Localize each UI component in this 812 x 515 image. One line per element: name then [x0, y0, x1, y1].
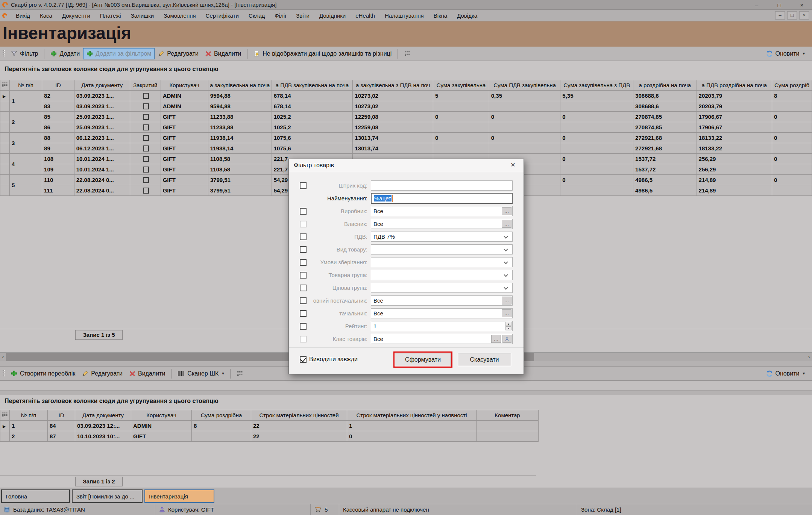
scroll-right-icon[interactable]: › — [806, 353, 812, 362]
closed-checkbox[interactable] — [143, 93, 149, 99]
menu-item-налаштування[interactable]: Налаштування — [380, 12, 429, 19]
barcode-field-input[interactable] — [371, 180, 513, 191]
lookup-ellipsis-button[interactable]: … — [502, 297, 511, 304]
storage-conditions-field-input[interactable] — [371, 257, 513, 267]
main-supplier-field-input[interactable]: Все… — [371, 295, 513, 306]
product-type-field-input[interactable] — [371, 244, 513, 254]
table-row[interactable]: ▶18203.09.2023 1...ADMIN9594,88678,14102… — [0, 91, 812, 101]
barcode-scanner-button[interactable]: Сканер ШК▾ — [174, 368, 227, 379]
edit-button[interactable]: Редагувати — [155, 48, 202, 59]
menu-item-філії[interactable]: Філії — [270, 12, 291, 19]
lookup-ellipsis-button[interactable]: … — [502, 309, 511, 317]
price-group-field-input[interactable] — [371, 283, 513, 293]
dialog-close-icon[interactable]: × — [508, 160, 518, 169]
spin-up-icon[interactable]: ▲ — [505, 322, 511, 326]
menu-item-вихід[interactable]: Вихід — [11, 12, 35, 19]
column-header[interactable]: ID — [48, 410, 75, 421]
vat-field-input[interactable]: ПДВ 7% — [371, 232, 513, 242]
table-row[interactable]: 8906.12.2023 1...GIFT11938,141075,613013… — [0, 143, 812, 154]
manufacturer-field-checkbox[interactable] — [300, 208, 307, 215]
column-header[interactable]: Сума закупівельна — [433, 80, 489, 91]
menu-item-документи[interactable]: Документи — [57, 12, 95, 19]
menu-item-сертифікати[interactable]: Сертифікати — [201, 12, 244, 19]
spin-down-icon[interactable]: ▼ — [505, 326, 511, 330]
menu-item-замовлення[interactable]: Замовлення — [159, 12, 200, 19]
supplier-field-checkbox[interactable] — [300, 310, 307, 317]
maximize-icon[interactable]: □ — [773, 2, 786, 8]
column-header[interactable]: Сума роздрібна — [192, 410, 251, 421]
column-header[interactable]: ID — [42, 80, 74, 91]
table-row[interactable]: 38806.12.2023 1...GIFT11938,141075,61301… — [0, 133, 812, 143]
menu-item-довідники[interactable]: Довідники — [314, 12, 351, 19]
column-header[interactable]: Користувач — [161, 80, 208, 91]
lookup-ellipsis-button[interactable]: … — [502, 207, 511, 215]
closed-checkbox[interactable] — [143, 167, 149, 173]
column-header[interactable]: № п/п — [10, 80, 42, 91]
column-header[interactable]: Коментар — [477, 410, 539, 421]
column-header[interactable]: а ПДВ закупівельна на поча — [272, 80, 353, 91]
column-header[interactable]: Сума закупівельна з ПДВ — [560, 80, 633, 91]
column-header[interactable]: Строк матеріальних цінностей у наявності — [347, 410, 477, 421]
table-row[interactable]: ▶18403.09.2023 12:...ADMIN8221 — [0, 421, 539, 431]
table-row[interactable]: 8625.09.2023 1...GIFT11233,881025,212259… — [0, 122, 812, 133]
supplier-field-input[interactable]: Все… — [371, 308, 513, 318]
window-tab-3[interactable]: Інвентаризація — [144, 489, 214, 503]
column-header[interactable]: Строк матеріальних цінностей — [251, 410, 347, 421]
product-group-field-input[interactable] — [371, 270, 513, 280]
submit-button[interactable]: Сформувати — [395, 353, 451, 366]
refresh-button[interactable]: Оновити▾ — [763, 48, 808, 59]
column-header[interactable]: Сума ПДВ закупівельна — [489, 80, 560, 91]
columns-button[interactable] — [401, 48, 414, 59]
owner-field-input[interactable]: Все… — [371, 219, 513, 229]
clear-x-button[interactable]: X — [502, 335, 511, 343]
filter-button[interactable]: Фільтр — [8, 48, 41, 59]
menu-item-довідка[interactable]: Довідка — [452, 12, 482, 19]
menu-item-ehealth[interactable]: eHealth — [351, 12, 380, 19]
delete-button[interactable]: Видалити — [126, 368, 168, 379]
lookup-ellipsis-button[interactable]: … — [502, 220, 511, 228]
close-icon[interactable]: × — [795, 2, 808, 8]
column-header[interactable]: Користувач — [131, 410, 192, 421]
price-group-field-checkbox[interactable] — [300, 285, 307, 291]
vat-field-checkbox[interactable] — [300, 233, 307, 240]
edit-button[interactable]: Редагувати — [79, 368, 126, 379]
main-supplier-field-checkbox[interactable] — [300, 297, 307, 304]
menu-item-залишки[interactable]: Залишки — [126, 12, 159, 19]
closed-checkbox[interactable] — [143, 145, 149, 151]
hide-balances-toggle[interactable]: Не відображати дані щодо залишків та різ… — [250, 48, 395, 59]
closed-checkbox[interactable] — [143, 188, 149, 194]
closed-checkbox[interactable] — [143, 103, 149, 109]
manufacturer-field-input[interactable]: Все… — [371, 206, 513, 216]
add-by-filter-button[interactable]: Додати за фільтром — [83, 48, 155, 59]
menu-item-звіти[interactable]: Звіти — [291, 12, 314, 19]
cancel-button[interactable]: Скасувати — [458, 353, 511, 366]
menu-item-платежі[interactable]: Платежі — [95, 12, 126, 19]
mdi-minimize-icon[interactable]: – — [775, 11, 785, 20]
storage-conditions-field-checkbox[interactable] — [300, 259, 307, 266]
always-show-checkbox[interactable] — [300, 356, 307, 363]
menu-item-вікна[interactable]: Вікна — [429, 12, 452, 19]
window-tab-1[interactable]: Головна — [1, 489, 70, 503]
column-header[interactable]: № п/п — [10, 410, 48, 421]
create-recount-button[interactable]: Створити переоблік — [8, 368, 79, 379]
delete-button[interactable]: Видалити — [202, 48, 244, 59]
window-tab-2[interactable]: Звіт [Помилки за до ... — [72, 489, 143, 503]
product-group-field-checkbox[interactable] — [300, 272, 307, 279]
table-row[interactable]: 8303.09.2023 1...ADMIN9594,88678,1410273… — [0, 101, 812, 112]
column-header[interactable]: а роздрібна на поча — [633, 80, 697, 91]
closed-checkbox[interactable] — [143, 177, 149, 183]
menu-item-склад[interactable]: Склад — [244, 12, 270, 19]
closed-checkbox[interactable] — [143, 156, 149, 162]
column-header[interactable]: а ПДВ роздрібна на поча — [697, 80, 772, 91]
minimize-icon[interactable]: – — [750, 2, 763, 8]
table-row[interactable]: 28710.10.2023 10:...GIFT220 — [0, 431, 539, 442]
barcode-field-checkbox[interactable] — [300, 182, 307, 189]
product-type-field-checkbox[interactable] — [300, 246, 307, 253]
closed-checkbox[interactable] — [143, 114, 149, 120]
product-class-field-input[interactable]: Все…X — [371, 334, 513, 344]
columns-button[interactable] — [233, 368, 247, 379]
column-header[interactable]: а закупівельна з ПДВ на поч — [353, 80, 433, 91]
name-field-input[interactable]: %ацет — [371, 193, 513, 204]
column-header[interactable]: Сума роздріб — [772, 80, 812, 91]
dialog-title-bar[interactable]: Фільтр товарів × — [289, 159, 524, 172]
